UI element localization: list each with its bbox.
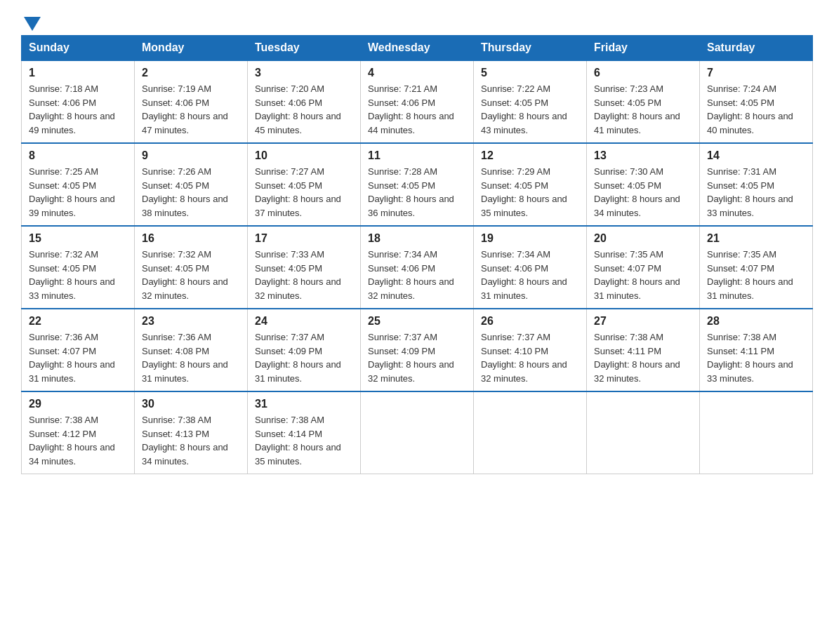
calendar-table: SundayMondayTuesdayWednesdayThursdayFrid… bbox=[21, 35, 813, 474]
day-info: Sunrise: 7:28 AMSunset: 4:05 PMDaylight:… bbox=[368, 165, 466, 220]
calendar-cell: 4Sunrise: 7:21 AMSunset: 4:06 PMDaylight… bbox=[361, 60, 474, 143]
day-info: Sunrise: 7:30 AMSunset: 4:05 PMDaylight:… bbox=[594, 165, 692, 220]
calendar-cell: 2Sunrise: 7:19 AMSunset: 4:06 PMDaylight… bbox=[135, 60, 248, 143]
day-info: Sunrise: 7:35 AMSunset: 4:07 PMDaylight:… bbox=[594, 248, 692, 302]
day-number: 23 bbox=[142, 315, 240, 328]
day-number: 30 bbox=[142, 398, 240, 410]
day-info: Sunrise: 7:36 AMSunset: 4:07 PMDaylight:… bbox=[29, 330, 127, 385]
week-row-3: 15Sunrise: 7:32 AMSunset: 4:05 PMDayligh… bbox=[22, 226, 813, 309]
day-info: Sunrise: 7:38 AMSunset: 4:11 PMDaylight:… bbox=[594, 330, 692, 385]
calendar-cell: 25Sunrise: 7:37 AMSunset: 4:09 PMDayligh… bbox=[361, 309, 474, 391]
day-number: 11 bbox=[368, 149, 466, 162]
day-number: 31 bbox=[255, 398, 353, 410]
calendar-cell bbox=[474, 391, 587, 474]
calendar-cell: 17Sunrise: 7:33 AMSunset: 4:05 PMDayligh… bbox=[248, 226, 361, 309]
calendar-cell: 21Sunrise: 7:35 AMSunset: 4:07 PMDayligh… bbox=[700, 226, 813, 309]
calendar-cell: 15Sunrise: 7:32 AMSunset: 4:05 PMDayligh… bbox=[22, 226, 135, 309]
day-info: Sunrise: 7:24 AMSunset: 4:05 PMDaylight:… bbox=[707, 82, 805, 137]
day-number: 10 bbox=[255, 149, 353, 162]
column-header-wednesday: Wednesday bbox=[361, 36, 474, 61]
day-info: Sunrise: 7:18 AMSunset: 4:06 PMDaylight:… bbox=[29, 82, 127, 137]
calendar-cell: 13Sunrise: 7:30 AMSunset: 4:05 PMDayligh… bbox=[587, 143, 700, 226]
week-row-4: 22Sunrise: 7:36 AMSunset: 4:07 PMDayligh… bbox=[22, 309, 813, 391]
day-info: Sunrise: 7:33 AMSunset: 4:05 PMDaylight:… bbox=[255, 248, 353, 302]
day-info: Sunrise: 7:21 AMSunset: 4:06 PMDaylight:… bbox=[368, 82, 466, 137]
day-number: 29 bbox=[29, 398, 127, 410]
calendar-cell: 29Sunrise: 7:38 AMSunset: 4:12 PMDayligh… bbox=[22, 391, 135, 474]
day-number: 22 bbox=[29, 315, 127, 328]
day-info: Sunrise: 7:37 AMSunset: 4:09 PMDaylight:… bbox=[255, 330, 353, 385]
calendar-cell: 31Sunrise: 7:38 AMSunset: 4:14 PMDayligh… bbox=[248, 391, 361, 474]
column-header-monday: Monday bbox=[135, 36, 248, 61]
week-row-5: 29Sunrise: 7:38 AMSunset: 4:12 PMDayligh… bbox=[22, 391, 813, 474]
calendar-cell: 1Sunrise: 7:18 AMSunset: 4:06 PMDaylight… bbox=[22, 60, 135, 143]
calendar-cell: 9Sunrise: 7:26 AMSunset: 4:05 PMDaylight… bbox=[135, 143, 248, 226]
calendar-cell: 8Sunrise: 7:25 AMSunset: 4:05 PMDaylight… bbox=[22, 143, 135, 226]
day-info: Sunrise: 7:31 AMSunset: 4:05 PMDaylight:… bbox=[707, 165, 805, 220]
day-info: Sunrise: 7:32 AMSunset: 4:05 PMDaylight:… bbox=[142, 248, 240, 302]
day-number: 13 bbox=[594, 149, 692, 162]
day-info: Sunrise: 7:37 AMSunset: 4:10 PMDaylight:… bbox=[481, 330, 579, 385]
column-header-saturday: Saturday bbox=[700, 36, 813, 61]
day-info: Sunrise: 7:20 AMSunset: 4:06 PMDaylight:… bbox=[255, 82, 353, 137]
day-number: 19 bbox=[481, 232, 579, 245]
day-number: 8 bbox=[29, 149, 127, 162]
day-number: 20 bbox=[594, 232, 692, 245]
day-number: 5 bbox=[481, 67, 579, 79]
day-info: Sunrise: 7:38 AMSunset: 4:14 PMDaylight:… bbox=[255, 413, 353, 468]
day-info: Sunrise: 7:26 AMSunset: 4:05 PMDaylight:… bbox=[142, 165, 240, 220]
day-info: Sunrise: 7:38 AMSunset: 4:13 PMDaylight:… bbox=[142, 413, 240, 468]
day-info: Sunrise: 7:25 AMSunset: 4:05 PMDaylight:… bbox=[29, 165, 127, 220]
day-number: 3 bbox=[255, 67, 353, 79]
day-number: 1 bbox=[29, 67, 127, 79]
day-number: 4 bbox=[368, 67, 466, 79]
calendar-cell bbox=[361, 391, 474, 474]
day-number: 6 bbox=[594, 67, 692, 79]
column-header-tuesday: Tuesday bbox=[248, 36, 361, 61]
day-number: 2 bbox=[142, 67, 240, 79]
day-number: 28 bbox=[707, 315, 805, 328]
day-number: 26 bbox=[481, 315, 579, 328]
day-info: Sunrise: 7:22 AMSunset: 4:05 PMDaylight:… bbox=[481, 82, 579, 137]
day-info: Sunrise: 7:23 AMSunset: 4:05 PMDaylight:… bbox=[594, 82, 692, 137]
day-number: 16 bbox=[142, 232, 240, 245]
calendar-cell: 14Sunrise: 7:31 AMSunset: 4:05 PMDayligh… bbox=[700, 143, 813, 226]
calendar-cell: 26Sunrise: 7:37 AMSunset: 4:10 PMDayligh… bbox=[474, 309, 587, 391]
calendar-cell: 24Sunrise: 7:37 AMSunset: 4:09 PMDayligh… bbox=[248, 309, 361, 391]
day-info: Sunrise: 7:27 AMSunset: 4:05 PMDaylight:… bbox=[255, 165, 353, 220]
calendar-cell: 18Sunrise: 7:34 AMSunset: 4:06 PMDayligh… bbox=[361, 226, 474, 309]
calendar-cell: 7Sunrise: 7:24 AMSunset: 4:05 PMDaylight… bbox=[700, 60, 813, 143]
page-header bbox=[21, 14, 813, 28]
day-info: Sunrise: 7:19 AMSunset: 4:06 PMDaylight:… bbox=[142, 82, 240, 137]
calendar-cell: 5Sunrise: 7:22 AMSunset: 4:05 PMDaylight… bbox=[474, 60, 587, 143]
day-number: 24 bbox=[255, 315, 353, 328]
calendar-cell bbox=[700, 391, 813, 474]
calendar-cell: 23Sunrise: 7:36 AMSunset: 4:08 PMDayligh… bbox=[135, 309, 248, 391]
calendar-cell: 11Sunrise: 7:28 AMSunset: 4:05 PMDayligh… bbox=[361, 143, 474, 226]
calendar-cell: 10Sunrise: 7:27 AMSunset: 4:05 PMDayligh… bbox=[248, 143, 361, 226]
day-number: 15 bbox=[29, 232, 127, 245]
day-info: Sunrise: 7:34 AMSunset: 4:06 PMDaylight:… bbox=[368, 248, 466, 302]
calendar-cell: 28Sunrise: 7:38 AMSunset: 4:11 PMDayligh… bbox=[700, 309, 813, 391]
day-number: 12 bbox=[481, 149, 579, 162]
day-number: 9 bbox=[142, 149, 240, 162]
day-number: 7 bbox=[707, 67, 805, 79]
day-number: 21 bbox=[707, 232, 805, 245]
week-row-1: 1Sunrise: 7:18 AMSunset: 4:06 PMDaylight… bbox=[22, 60, 813, 143]
calendar-cell: 20Sunrise: 7:35 AMSunset: 4:07 PMDayligh… bbox=[587, 226, 700, 309]
logo-arrow-icon bbox=[24, 17, 41, 31]
day-number: 18 bbox=[368, 232, 466, 245]
day-info: Sunrise: 7:38 AMSunset: 4:11 PMDaylight:… bbox=[707, 330, 805, 385]
calendar-cell: 16Sunrise: 7:32 AMSunset: 4:05 PMDayligh… bbox=[135, 226, 248, 309]
calendar-cell: 22Sunrise: 7:36 AMSunset: 4:07 PMDayligh… bbox=[22, 309, 135, 391]
calendar-cell: 12Sunrise: 7:29 AMSunset: 4:05 PMDayligh… bbox=[474, 143, 587, 226]
logo-top bbox=[21, 14, 41, 31]
day-info: Sunrise: 7:37 AMSunset: 4:09 PMDaylight:… bbox=[368, 330, 466, 385]
day-number: 27 bbox=[594, 315, 692, 328]
column-header-friday: Friday bbox=[587, 36, 700, 61]
day-info: Sunrise: 7:32 AMSunset: 4:05 PMDaylight:… bbox=[29, 248, 127, 302]
calendar-cell: 19Sunrise: 7:34 AMSunset: 4:06 PMDayligh… bbox=[474, 226, 587, 309]
day-info: Sunrise: 7:34 AMSunset: 4:06 PMDaylight:… bbox=[481, 248, 579, 302]
calendar-cell: 27Sunrise: 7:38 AMSunset: 4:11 PMDayligh… bbox=[587, 309, 700, 391]
day-info: Sunrise: 7:38 AMSunset: 4:12 PMDaylight:… bbox=[29, 413, 127, 468]
